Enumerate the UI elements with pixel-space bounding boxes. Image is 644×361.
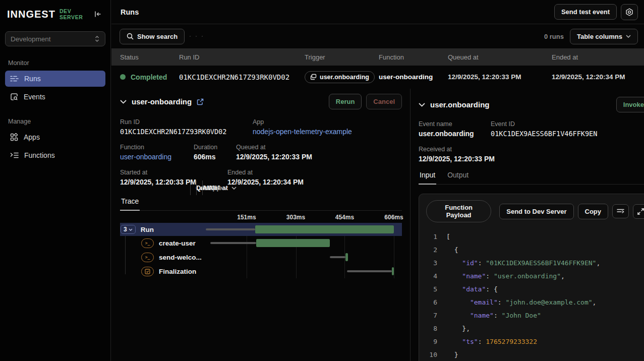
payload-tabs: Input Output	[419, 168, 644, 185]
code-line: 3 "id": "01KC1DEX9AESS6BF1V46FFK9EN",	[426, 257, 644, 270]
workspace-select[interactable]: Development	[5, 31, 105, 46]
status-filter-group: Status All	[196, 36, 197, 37]
event-icon	[310, 74, 317, 80]
sidebar-item-label: Functions	[24, 151, 55, 159]
code-line: 9 "ts": 1765279233322	[426, 335, 644, 348]
trace-axis-tick: 454ms	[335, 214, 354, 221]
copy-button[interactable]: Copy	[578, 204, 609, 219]
app-link[interactable]: nodejs-open-telemetry-example	[253, 128, 352, 136]
wrap-lines-button[interactable]	[612, 204, 629, 218]
event-name-field: Event name user.onboarding	[419, 121, 491, 138]
run-step-icon: >_	[141, 253, 154, 262]
status-badge: Completed	[120, 73, 179, 81]
sidebar-item-functions[interactable]: Functions	[5, 147, 105, 163]
ended-at-cell: 12/9/2025, 12:20:34 PM	[552, 73, 644, 81]
trace-wait-line	[347, 270, 392, 272]
trace-row-finalization[interactable]: Finalization	[120, 264, 402, 278]
trace-time-axis: 151ms303ms454ms606ms	[198, 212, 394, 223]
trace-axis-tick: 606ms	[384, 214, 403, 221]
main-area: Runs Send test event Show search	[111, 0, 644, 361]
run-step-icon: >_	[141, 238, 154, 248]
tab-input[interactable]: Input	[419, 168, 436, 185]
show-search-button[interactable]: Show search	[120, 29, 185, 44]
run-id-cell: 01KC1DEXCHR2N617Z93RK0VD02	[179, 73, 305, 81]
cancel-button[interactable]: Cancel	[366, 94, 402, 109]
json-code-editor[interactable]: 1[2 {3 "id": "01KC1DEX9AESS6BF1V46FFK9EN…	[419, 227, 644, 361]
events-icon	[10, 93, 18, 101]
time-filter-group: Queued at Last 3d	[190, 36, 191, 37]
code-line: 6 "email": "john.doe@example.com",	[426, 296, 644, 309]
sidebar-item-runs[interactable]: Runs	[5, 71, 105, 87]
app-field: App nodejs-open-telemetry-example	[253, 118, 352, 136]
trace-row-create-user[interactable]: >_create-user	[120, 236, 402, 250]
run-detail-panel: user-onboarding Rerun Cancel Run ID 0	[111, 89, 411, 361]
table-columns-dropdown[interactable]: Table columns	[570, 29, 638, 44]
ended-at-field: Ended at 12/9/2025, 12:20:34 PM	[227, 169, 304, 186]
run-title: user-onboarding	[132, 97, 192, 106]
filter-bar: Show search Queued at Last 3d Status All…	[111, 24, 644, 48]
code-line: 4 "name": "user.onboarding",	[426, 270, 644, 283]
rerun-button[interactable]: Rerun	[329, 94, 362, 109]
trace-span-label: Finalization	[159, 268, 196, 275]
trigger-pill[interactable]: user.onboarding	[305, 71, 375, 83]
column-header-trigger: Trigger	[305, 53, 379, 61]
trace-axis-tick: 151ms	[237, 214, 256, 221]
code-line: 10 }	[426, 348, 644, 361]
tab-output[interactable]: Output	[446, 168, 470, 184]
trace-waterfall: 3Run>_create-user>_send-welco...Finaliza…	[120, 223, 402, 278]
sidebar-item-label: Apps	[24, 133, 40, 141]
code-line: 7 "name": "John Doe"	[426, 309, 644, 322]
external-link-icon[interactable]	[197, 98, 204, 105]
page-title: Runs	[121, 8, 139, 16]
app-filter-group: App All	[202, 36, 203, 37]
started-at-field: Started at 12/9/2025, 12:20:33 PM	[120, 169, 227, 186]
runs-count: 0 runs	[544, 33, 564, 40]
apps-icon	[10, 133, 18, 141]
code-line: 1[	[426, 230, 644, 244]
column-header-ended-at: Ended at	[552, 53, 644, 61]
chevron-down-icon[interactable]	[120, 100, 127, 104]
trace-row-send-welco-[interactable]: >_send-welco...	[120, 250, 402, 264]
inngest-logo: INNGEST	[7, 9, 55, 20]
trace-span-label: Run	[141, 226, 154, 233]
function-cell: user-onboarding	[379, 73, 448, 81]
trace-span-label: send-welco...	[159, 254, 202, 261]
sidebar-item-events[interactable]: Events	[5, 89, 105, 105]
function-payload-button[interactable]: Function Payload	[426, 200, 491, 222]
trace-row-run[interactable]: 3Run	[120, 223, 402, 236]
expand-icon	[637, 208, 644, 215]
trace-tabs: Trace	[120, 194, 402, 211]
column-header-queued-at: Queued at	[448, 53, 552, 61]
expand-button[interactable]	[633, 204, 644, 219]
payload-toolbar: Function Payload Send to Dev Server Copy	[419, 194, 644, 227]
wrap-lines-icon	[617, 208, 624, 214]
topbar: Runs Send test event	[111, 0, 644, 24]
column-header-function: Function	[379, 53, 448, 61]
table-row[interactable]: Completed 01KC1DEXCHR2N617Z93RK0VD02 use…	[111, 66, 644, 88]
span-count-badge[interactable]: 3	[121, 225, 136, 234]
collapse-sidebar-icon[interactable]	[92, 9, 103, 20]
status-dot-icon	[120, 74, 126, 80]
send-test-event-button[interactable]: Send test event	[554, 4, 617, 20]
function-field: Function user-onboarding	[120, 144, 194, 161]
event-detail-panel: user.onboarding Invoke Event name user.o…	[411, 89, 644, 361]
workspace-select-value: Development	[11, 35, 51, 43]
table-header: Status Run ID Trigger Function Queued at…	[111, 48, 644, 66]
settings-button[interactable]	[621, 4, 638, 20]
received-at-field: Received at 12/9/2025, 12:20:33 PM	[419, 146, 495, 163]
trace-bar	[392, 267, 394, 275]
function-link[interactable]: user-onboarding	[120, 153, 194, 161]
manage-section-label: Manage	[8, 118, 102, 125]
column-header-status: Status	[111, 53, 179, 61]
trace-axis-tick: 303ms	[286, 214, 305, 221]
duration-field: Duration 606ms	[194, 144, 236, 161]
chevron-down-icon[interactable]	[419, 103, 425, 107]
code-line: 8 },	[426, 322, 644, 335]
sidebar-item-apps[interactable]: Apps	[5, 129, 105, 145]
trace-tree-line	[125, 236, 126, 274]
trace-span-label: create-user	[159, 239, 196, 247]
send-to-dev-server-button[interactable]: Send to Dev Server	[499, 204, 573, 219]
tab-trace[interactable]: Trace	[120, 194, 140, 211]
monitor-section-label: Monitor	[8, 59, 102, 67]
invoke-button[interactable]: Invoke	[616, 97, 644, 112]
